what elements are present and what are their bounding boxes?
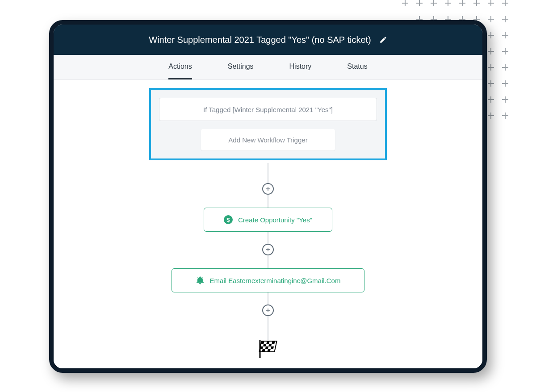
workflow-title: Winter Supplemental 2021 Tagged "Yes" (n…: [149, 35, 371, 45]
tab-label: History: [289, 63, 312, 71]
app-frame: Winter Supplemental 2021 Tagged "Yes" (n…: [49, 20, 487, 373]
tab-actions[interactable]: Actions: [168, 55, 192, 79]
tab-label: Status: [347, 63, 367, 71]
trigger-condition-box[interactable]: If Tagged [Winter Supplemental 2021 "Yes…: [159, 98, 377, 121]
svg-rect-11: [268, 344, 272, 346]
tab-status[interactable]: Status: [347, 55, 367, 79]
create-opportunity-label: Create Opportunity "Yes": [238, 216, 312, 224]
email-node-label: Email Easternexterminatinginc@Gmail.Com: [210, 277, 341, 284]
add-trigger-button[interactable]: Add New Workflow Trigger: [201, 129, 335, 150]
workflow-canvas[interactable]: If Tagged [Winter Supplemental 2021 "Yes…: [54, 80, 482, 368]
svg-rect-9: [272, 341, 275, 344]
dollar-icon: $: [224, 215, 233, 224]
svg-rect-8: [266, 341, 269, 344]
finish-flag-icon: [257, 340, 279, 359]
add-step-button-1[interactable]: [262, 183, 274, 195]
add-step-button-3[interactable]: [262, 304, 274, 316]
add-step-button-2[interactable]: [262, 244, 274, 255]
svg-rect-13: [265, 346, 268, 349]
svg-rect-16: [267, 349, 270, 352]
trigger-condition-label: If Tagged [Winter Supplemental 2021 "Yes…: [203, 106, 333, 113]
tab-label: Actions: [168, 63, 192, 71]
create-opportunity-node[interactable]: $ Create Opportunity "Yes": [204, 208, 332, 232]
svg-rect-10: [263, 344, 266, 346]
edit-title-icon[interactable]: [379, 36, 387, 44]
svg-rect-7: [261, 341, 264, 344]
svg-rect-14: [271, 346, 274, 349]
tab-label: Settings: [228, 63, 254, 71]
add-trigger-label: Add New Workflow Trigger: [228, 136, 307, 144]
tab-settings[interactable]: Settings: [228, 55, 254, 79]
email-node[interactable]: Email Easternexterminatinginc@Gmail.Com: [172, 268, 364, 292]
svg-rect-15: [262, 349, 265, 352]
trigger-container: If Tagged [Winter Supplemental 2021 "Yes…: [149, 88, 387, 160]
header-bar: Winter Supplemental 2021 Tagged "Yes" (n…: [54, 25, 482, 55]
tab-history[interactable]: History: [289, 55, 312, 79]
tabs-bar: Actions Settings History Status: [54, 55, 482, 80]
bell-icon: [196, 276, 205, 285]
